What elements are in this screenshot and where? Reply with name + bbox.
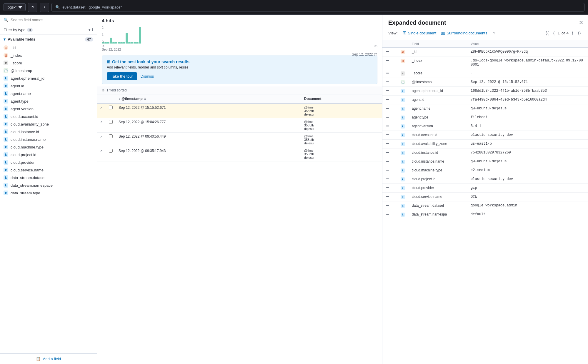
list-item[interactable]: kcloud.instance.name: [0, 136, 97, 143]
list-item[interactable]: kagent.name: [0, 90, 97, 97]
list-item[interactable]: kcloud.project.id: [0, 151, 97, 158]
table-row: ↗ Sep 12, 2022 @ 09:40:56.449 @time358bf…: [97, 133, 382, 147]
top-bar: logs-* ↻ + 🔍 event.dataset : google_work…: [0, 0, 588, 15]
chart-bar: [118, 42, 120, 44]
row-dots: •••: [386, 50, 389, 53]
list-item[interactable]: kcloud.instance.id: [0, 128, 97, 136]
list-item[interactable]: kcloud.service.name: [0, 166, 97, 174]
list-item[interactable]: #_score: [0, 59, 97, 67]
nav-first-button[interactable]: ⟨⟨: [544, 30, 550, 36]
doc-field-row: ••• k agent.name gw-ubuntu-dejesus: [382, 104, 588, 113]
row-dots: •••: [386, 195, 389, 198]
list-item[interactable]: kcloud.availability_zone: [0, 120, 97, 128]
doc-row-actions: •••: [382, 96, 397, 104]
row-dots: •••: [386, 133, 389, 136]
doc-field-name: cloud.instance.name: [408, 157, 467, 166]
add-field-button[interactable]: 📋 Add a field: [0, 353, 97, 364]
expanded-header: Expanded document View: Single document …: [382, 15, 588, 40]
list-item[interactable]: kcloud.machine.type: [0, 143, 97, 151]
hits-area: 4 hits 2 1 0: [97, 15, 382, 53]
list-item[interactable]: kagent.ephemeral_id: [0, 74, 97, 82]
field-type-icon: k: [4, 191, 8, 195]
row-expand[interactable]: ↗: [97, 118, 106, 133]
sidebar-search-area: 🔍: [0, 15, 97, 25]
doc-field-value: Z8F4KBOoX1K5VKQ0096/g+M/3dq=: [467, 48, 588, 56]
list-item[interactable]: kagent.id: [0, 82, 97, 90]
field-type-icon: k: [4, 168, 8, 172]
list-item[interactable]: ◎_id: [0, 44, 97, 51]
row-expand[interactable]: ↗: [97, 103, 106, 118]
row-expand[interactable]: ↗: [97, 147, 106, 161]
row-checkbox[interactable]: [109, 106, 113, 109]
nav-prev-button[interactable]: ⟨: [552, 30, 556, 36]
doc-type-cell: ◎: [397, 56, 408, 69]
col-timestamp[interactable]: ↓@timestamp ⊙: [116, 94, 301, 103]
nav-next-button[interactable]: ⟩: [570, 30, 574, 36]
list-item[interactable]: kdata_stream.type: [0, 189, 97, 197]
row-checkbox[interactable]: [109, 134, 113, 138]
search-bar[interactable]: 🔍 event.dataset : google_workspace*: [51, 3, 584, 11]
list-item[interactable]: kdata_stream.namespace: [0, 181, 97, 189]
doc-field-name: cloud.instance.id: [408, 148, 467, 157]
list-item[interactable]: kcloud.account.id: [0, 113, 97, 120]
doc-field-value: 8.4.1: [467, 122, 588, 131]
surrounding-docs-link[interactable]: Surrounding documents: [441, 31, 487, 35]
add-button[interactable]: +: [40, 3, 49, 12]
doc-field-row: ••• k cloud.account.id elastic-security-…: [382, 131, 588, 140]
row-checkbox[interactable]: [109, 149, 113, 153]
table-row: ↗ Sep 12, 2022 @ 09:35:17.943 @time358bf…: [97, 147, 382, 161]
dismiss-button[interactable]: Dismiss: [141, 74, 154, 79]
doc-type-cell: k: [397, 113, 408, 122]
filter-icons[interactable]: ▾ ℹ: [89, 28, 93, 32]
col-controls: [97, 94, 106, 103]
chevron-down-icon: [18, 5, 22, 9]
close-button[interactable]: ✕: [579, 19, 583, 26]
row-expand[interactable]: ↗: [97, 133, 106, 147]
list-item[interactable]: kdata_stream.dataset: [0, 174, 97, 181]
field-type-icon: k: [4, 152, 8, 157]
hits-count: 4 hits: [102, 18, 377, 24]
field-key-icon: ◎: [401, 50, 405, 54]
results-table: ↓@timestamp ⊙ Document ↗ Sep 12, 2022 @ …: [97, 94, 382, 161]
row-check[interactable]: [106, 103, 116, 118]
help-icon[interactable]: ?: [493, 31, 495, 35]
doc-type-cell: k: [397, 122, 408, 131]
expand-icon[interactable]: ↗: [100, 106, 102, 109]
field-type-icon: k: [4, 99, 8, 103]
doc-field-row: ••• k cloud.availability_zone us-east1-b: [382, 140, 588, 148]
doc-row-actions: •••: [382, 148, 397, 157]
add-icon: 📋: [36, 357, 41, 361]
cycle-button[interactable]: ↻: [28, 3, 37, 12]
expand-icon[interactable]: ↗: [100, 121, 102, 124]
field-name: data_stream.dataset: [11, 176, 46, 180]
expand-icon[interactable]: ↗: [100, 135, 102, 138]
single-doc-link[interactable]: Single document: [402, 31, 437, 35]
nav-last-button[interactable]: ⟩⟩: [576, 30, 582, 36]
chart-bar: [123, 42, 125, 44]
field-key-icon: #: [401, 71, 405, 76]
doc-field-value: elastic-security-dev: [467, 175, 588, 184]
list-item[interactable]: 🕐@timestamp: [0, 67, 97, 74]
list-item[interactable]: kagent.version: [0, 105, 97, 113]
doc-icon: [402, 31, 407, 35]
take-tour-button[interactable]: Take the tour: [107, 72, 137, 80]
row-checkbox[interactable]: [109, 120, 113, 124]
row-dots: •••: [386, 71, 389, 75]
expand-icon[interactable]: ↗: [100, 149, 102, 153]
list-item[interactable]: ◎_index: [0, 51, 97, 59]
row-check[interactable]: [106, 118, 116, 133]
field-type-icon: k: [4, 175, 8, 180]
sort-header: ⇅ 1 field sorted: [97, 86, 382, 94]
doc-field-name: agent.type: [408, 113, 467, 122]
row-check[interactable]: [106, 147, 116, 161]
doc-type-cell: k: [397, 87, 408, 96]
nav-of: of: [562, 31, 565, 35]
list-item[interactable]: kagent.type: [0, 97, 97, 105]
list-item[interactable]: kcloud.provider: [0, 158, 97, 166]
chart-bar: [120, 42, 123, 44]
logs-dropdown[interactable]: logs-*: [4, 3, 26, 11]
search-input[interactable]: [11, 18, 93, 22]
doc-type-cell: k: [397, 104, 408, 113]
row-check[interactable]: [106, 133, 116, 147]
field-name: cloud.project.id: [11, 153, 36, 157]
